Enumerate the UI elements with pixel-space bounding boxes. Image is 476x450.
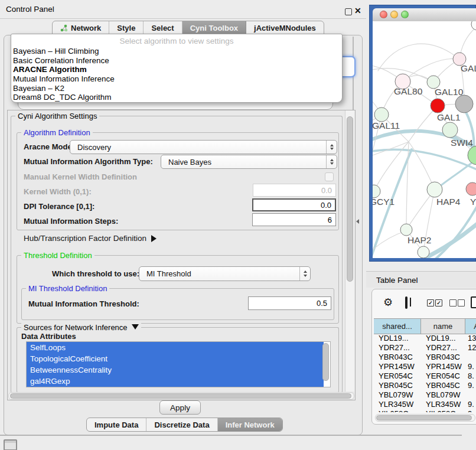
table-cell[interactable]: YPR145W bbox=[374, 362, 421, 371]
table-cell[interactable]: YIL053C bbox=[374, 409, 421, 412]
network-node-gal11[interactable] bbox=[374, 107, 389, 122]
table-cell[interactable]: YDR27... bbox=[374, 343, 421, 353]
close-icon[interactable]: ✕ bbox=[354, 6, 361, 15]
table-cell[interactable]: YDL19... bbox=[421, 334, 465, 343]
settings-vertical-scrollbar-thumb[interactable] bbox=[347, 116, 353, 282]
table-cell[interactable]: YER054C bbox=[374, 371, 421, 381]
attribute-item-betweennesscentrality[interactable]: BetweennessCentrality bbox=[27, 364, 324, 376]
table-cell[interactable]: YBR043C bbox=[374, 353, 421, 362]
table-horizontal-scrollbar[interactable] bbox=[375, 414, 475, 422]
table-cell[interactable] bbox=[465, 390, 476, 400]
document-icon[interactable] bbox=[471, 296, 476, 308]
network-node[interactable] bbox=[442, 122, 458, 138]
table-cell[interactable]: 9. bbox=[465, 362, 476, 371]
float-window-icon[interactable] bbox=[345, 8, 352, 15]
network-canvas[interactable]: GALGAL80GAL10GAL1GAL11SWI4GCY1HAP4YHAP2 bbox=[373, 21, 476, 258]
tab-jactivemnodules[interactable]: jActiveMNodules bbox=[246, 21, 324, 35]
bottom-tab-impute-data[interactable]: Impute Data bbox=[87, 418, 146, 431]
network-node-gcy1[interactable] bbox=[373, 185, 380, 198]
bottom-tab-infer-network[interactable]: Infer Network bbox=[218, 418, 282, 431]
table-row[interactable]: YDR27...YDR27...12 bbox=[374, 343, 476, 353]
table-row[interactable]: YPR145WYPR145W9. bbox=[374, 362, 476, 371]
table-row[interactable]: YIL053CYIL053C9 bbox=[374, 409, 476, 412]
attribute-list-scrollbar[interactable] bbox=[322, 343, 329, 381]
mi-threshold-field[interactable]: 0.5 bbox=[248, 296, 331, 310]
hub-definition-toggle[interactable]: Hub/Transcription Factor Definition bbox=[24, 233, 157, 243]
table-cell[interactable]: YDR27... bbox=[421, 343, 465, 353]
close-traffic-light-icon[interactable] bbox=[380, 11, 387, 18]
tab-style[interactable]: Style bbox=[109, 21, 144, 35]
table-column-header[interactable]: A bbox=[465, 319, 476, 334]
network-window-titlebar[interactable] bbox=[373, 8, 476, 22]
network-node[interactable] bbox=[471, 21, 476, 30]
table-cell[interactable] bbox=[465, 353, 476, 362]
algorithm-option-basic-correlation-inference[interactable]: Basic Correlation Inference bbox=[13, 56, 115, 66]
gear-icon[interactable]: ⚙ bbox=[383, 297, 393, 308]
table-cell[interactable]: YBL079W bbox=[421, 390, 465, 400]
table-cell[interactable]: YBR045C bbox=[421, 381, 465, 390]
network-edge[interactable] bbox=[378, 44, 459, 71]
table-cell[interactable]: 8. bbox=[465, 371, 476, 381]
algorithm-option-aracne-algorithm[interactable]: ARACNE Algorithm bbox=[13, 65, 115, 74]
network-edge[interactable] bbox=[406, 142, 409, 230]
network-node-swi4[interactable] bbox=[468, 146, 476, 165]
table-cell[interactable]: YBL079W bbox=[374, 390, 421, 400]
manual-kernel-checkbox[interactable] bbox=[325, 172, 334, 181]
split-view-icon[interactable] bbox=[405, 296, 407, 309]
network-node-hap4[interactable] bbox=[427, 182, 442, 197]
table-row[interactable]: YER054CYER054C8. bbox=[374, 371, 476, 381]
table-cell[interactable]: YER054C bbox=[421, 371, 465, 381]
network-node-hap2[interactable] bbox=[400, 224, 412, 236]
table-cell[interactable]: 9. bbox=[465, 400, 476, 409]
mi-steps-field[interactable]: 6 bbox=[252, 213, 336, 226]
apply-button[interactable]: Apply bbox=[159, 400, 201, 415]
table-row[interactable]: YBL079WYBL079W bbox=[374, 390, 476, 400]
table-cell[interactable]: YIL053C bbox=[421, 409, 465, 412]
unchecked-checkbox-icon[interactable] bbox=[449, 299, 457, 306]
kernel-width-field[interactable]: 0.0 bbox=[253, 184, 336, 197]
table-cell[interactable]: YLR345W bbox=[374, 400, 421, 409]
mi-type-select[interactable]: Naive Bayes bbox=[161, 155, 337, 169]
table-cell[interactable]: YPR145W bbox=[421, 362, 465, 371]
tab-select[interactable]: Select bbox=[144, 21, 182, 35]
table-cell[interactable]: 9 bbox=[465, 409, 476, 412]
table-horizontal-scrollbar-thumb[interactable] bbox=[376, 415, 472, 420]
network-node[interactable] bbox=[418, 246, 429, 258]
table-column-header[interactable]: shared... bbox=[374, 319, 421, 334]
network-graph[interactable]: GALGAL80GAL10GAL1GAL11SWI4GCY1HAP4YHAP2 bbox=[373, 21, 476, 258]
checked-checkbox-icon[interactable]: ✓ bbox=[427, 299, 434, 306]
attribute-item-gal4rgexp[interactable]: gal4RGexp bbox=[27, 376, 324, 387]
tab-cyni-toolbox[interactable]: Cyni Toolbox bbox=[182, 21, 246, 35]
minimize-traffic-light-icon[interactable] bbox=[390, 11, 398, 18]
unchecked-checkbox-icon[interactable] bbox=[458, 299, 465, 306]
algorithm-option-bayesian-k2[interactable]: Bayesian – K2 bbox=[13, 84, 115, 93]
table-cell[interactable]: YBR043C bbox=[421, 353, 465, 362]
attribute-item-topologicalcoefficient[interactable]: TopologicalCoefficient bbox=[27, 353, 324, 364]
network-edge[interactable] bbox=[373, 231, 406, 254]
network-node[interactable] bbox=[455, 95, 473, 113]
settings-horizontal-scrollbar[interactable] bbox=[8, 392, 354, 400]
sources-group-title-row[interactable]: Sources for Network Inference bbox=[21, 323, 141, 332]
table-row[interactable]: YDL19...YDL19...13 bbox=[374, 334, 476, 343]
settings-vertical-scrollbar[interactable] bbox=[345, 110, 354, 392]
bottom-tab-discretize-data[interactable]: Discretize Data bbox=[146, 418, 217, 431]
tab-network[interactable]: Network bbox=[53, 21, 109, 35]
table-row[interactable]: YBR045CYBR045C9. bbox=[374, 381, 476, 390]
table-cell[interactable]: YDL19... bbox=[374, 334, 421, 343]
network-node-gal1[interactable] bbox=[431, 99, 445, 113]
panel-splitter-arrow-icon[interactable] bbox=[356, 219, 359, 224]
zoom-traffic-light-icon[interactable] bbox=[401, 11, 409, 18]
table-cell[interactable]: 12 bbox=[465, 343, 476, 353]
network-view-window[interactable]: GALGAL80GAL10GAL1GAL11SWI4GCY1HAP4YHAP2 bbox=[369, 5, 476, 262]
stepper-arrows-icon[interactable] bbox=[326, 141, 337, 154]
table-cell[interactable]: YBR045C bbox=[374, 381, 421, 390]
table-column-header[interactable]: name bbox=[421, 319, 465, 334]
stepper-arrows-icon[interactable] bbox=[299, 267, 310, 281]
data-attributes-list[interactable]: SelfLoopsTopologicalCoefficientBetweenne… bbox=[26, 341, 331, 387]
table-cell[interactable]: 9. bbox=[465, 381, 476, 390]
algorithm-option-mutual-information-inference[interactable]: Mutual Information Inference bbox=[13, 74, 115, 84]
attribute-item-selfloops[interactable]: SelfLoops bbox=[27, 342, 324, 353]
which-threshold-select[interactable]: MI Threshold bbox=[139, 266, 311, 281]
table-cell[interactable]: YLR345W bbox=[421, 400, 465, 409]
checked-checkbox-icon[interactable]: ✓ bbox=[435, 299, 442, 306]
